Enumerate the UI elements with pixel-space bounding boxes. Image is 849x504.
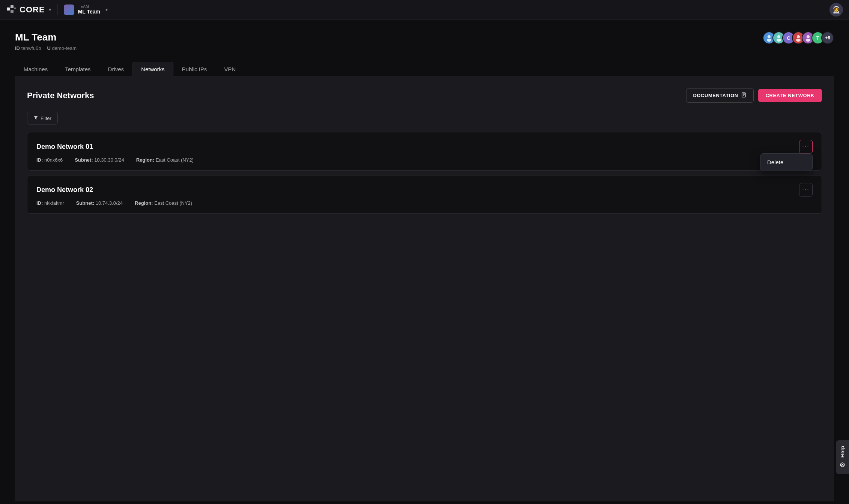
tab-bar: Machines Templates Drives Networks Publi… (15, 62, 834, 76)
page-content: ML Team ID tenwfu6b U demo-team C T +6 (0, 20, 849, 501)
team-label: TEAM (78, 4, 100, 9)
filter-bar: Filter (27, 112, 822, 124)
team-header: ML Team ID tenwfu6b U demo-team C T +6 (15, 32, 834, 51)
svg-rect-0 (7, 8, 10, 10)
team-header-left: ML Team ID tenwfu6b U demo-team (15, 32, 77, 51)
nav-divider (57, 4, 58, 15)
main-content: Private Networks DOCUMENTATION CREATE NE… (15, 76, 834, 501)
tab-vpn[interactable]: VPN (215, 62, 244, 76)
tab-public-ips[interactable]: Public IPs (173, 62, 216, 76)
svg-point-6 (777, 35, 780, 38)
network-1-meta: ID: n0nx6x6 Subnet: 10.30.30.0/24 Region… (36, 157, 813, 163)
tab-networks[interactable]: Networks (132, 62, 173, 76)
create-network-button[interactable]: CREATE NETWORK (758, 89, 822, 102)
svg-point-7 (777, 39, 781, 42)
filter-button[interactable]: Filter (27, 112, 58, 124)
network-card-2: Demo Network 02 ··· ID: nkkfakmr Subnet:… (27, 175, 822, 214)
brand-chevron-icon: ▾ (49, 7, 51, 12)
team-u-label: U demo-team (47, 45, 77, 51)
svg-point-5 (767, 39, 771, 42)
svg-point-10 (807, 35, 810, 38)
core-logo-icon (6, 4, 17, 15)
network-1-region: Region: East Coast (NY2) (136, 157, 194, 163)
svg-point-8 (797, 35, 800, 38)
svg-point-11 (806, 39, 810, 42)
team-chevron-icon: ▾ (105, 7, 108, 12)
team-id-label: ID tenwfu6b (15, 45, 41, 51)
svg-rect-3 (14, 8, 16, 9)
avatar-overflow[interactable]: +6 (821, 32, 834, 44)
network-2-more-button[interactable]: ··· (799, 183, 813, 196)
network-2-region: Region: East Coast (NY2) (135, 200, 192, 206)
brand-name: CORE (20, 5, 45, 15)
help-panel[interactable]: Help ⊗ (836, 440, 849, 474)
network-1-more-button[interactable]: ··· (799, 140, 813, 153)
brand-logo-area[interactable]: CORE ▾ (6, 4, 51, 15)
team-info: TEAM ML Team (78, 4, 100, 15)
team-meta: ID tenwfu6b U demo-team (15, 45, 77, 51)
section-header: Private Networks DOCUMENTATION CREATE NE… (27, 88, 822, 103)
docs-icon (741, 92, 747, 99)
network-2-id: ID: nkkfakmr (36, 200, 64, 206)
filter-icon (33, 115, 38, 121)
team-icon (64, 4, 74, 15)
network-1-id: ID: n0nx6x6 (36, 157, 63, 163)
team-selector[interactable]: TEAM ML Team ▾ (64, 4, 108, 15)
network-2-name: Demo Network 02 (36, 186, 93, 194)
help-icon: ⊗ (840, 460, 845, 469)
team-avatars: C T +6 (763, 32, 834, 44)
team-name: ML Team (78, 9, 100, 15)
tab-drives[interactable]: Drives (99, 62, 133, 76)
svg-marker-16 (34, 116, 38, 120)
avatar-emoji: 🧑‍🚀 (832, 6, 840, 14)
docs-label: DOCUMENTATION (693, 93, 738, 98)
svg-rect-1 (11, 5, 14, 8)
network-1-dropdown: Delete (760, 153, 813, 171)
section-title: Private Networks (27, 91, 94, 100)
section-actions: DOCUMENTATION CREATE NETWORK (686, 88, 822, 103)
tab-templates[interactable]: Templates (56, 62, 99, 76)
svg-point-9 (796, 39, 801, 42)
svg-point-4 (768, 35, 771, 38)
network-1-name: Demo Network 01 (36, 143, 93, 151)
delete-network-item[interactable]: Delete (760, 154, 812, 171)
network-card-1-header: Demo Network 01 ··· (36, 140, 813, 153)
filter-label: Filter (41, 116, 51, 121)
tab-machines[interactable]: Machines (15, 62, 56, 76)
svg-rect-2 (11, 10, 14, 13)
network-card-2-header: Demo Network 02 ··· (36, 183, 813, 196)
top-navigation: CORE ▾ TEAM ML Team ▾ 🧑‍🚀 (0, 0, 849, 20)
documentation-button[interactable]: DOCUMENTATION (686, 88, 754, 103)
page-title: ML Team (15, 32, 77, 43)
network-1-subnet: Subnet: 10.30.30.0/24 (75, 157, 124, 163)
network-2-subnet: Subnet: 10.74.3.0/24 (76, 200, 123, 206)
user-avatar[interactable]: 🧑‍🚀 (829, 3, 843, 16)
network-2-meta: ID: nkkfakmr Subnet: 10.74.3.0/24 Region… (36, 200, 813, 206)
help-label: Help (840, 446, 845, 458)
network-card-1: Demo Network 01 ··· ID: n0nx6x6 Subnet: … (27, 132, 822, 171)
